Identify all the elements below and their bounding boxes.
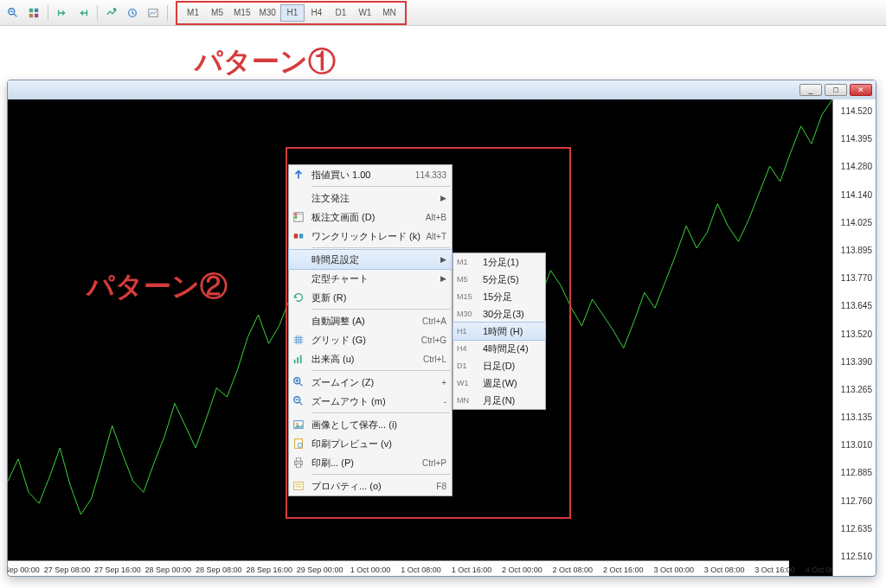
menu-timeframes[interactable]: 時間足設定 ▶ bbox=[289, 250, 452, 269]
submenu-code: H1 bbox=[457, 327, 478, 336]
menu-print-preview[interactable]: 印刷プレビュー (v) bbox=[289, 434, 452, 453]
timeframe-button-w1[interactable]: W1 bbox=[353, 4, 377, 22]
timeframe-button-m1[interactable]: M1 bbox=[181, 4, 205, 22]
svg-rect-12 bbox=[295, 216, 298, 219]
refresh-icon bbox=[291, 290, 306, 305]
submenu-code: D1 bbox=[457, 361, 478, 370]
timeframe-button-h1[interactable]: H1 bbox=[280, 4, 305, 22]
zoom-in-icon bbox=[291, 374, 306, 390]
timeframe-button-group: M1M5M15M30H1H4D1W1MN bbox=[176, 1, 407, 25]
menu-separator bbox=[311, 370, 450, 371]
menu-grid[interactable]: グリッド (G) Ctrl+G bbox=[289, 330, 452, 349]
menu-separator bbox=[311, 186, 450, 187]
indicators-icon[interactable] bbox=[102, 3, 121, 22]
menu-volumes[interactable]: 出来高 (u) Ctrl+L bbox=[289, 349, 452, 368]
timeframe-submenu: M11分足(1)M55分足(5)M1515分足M3030分足(3)H11時間 (… bbox=[453, 252, 546, 410]
submenu-label: 4時間足(4) bbox=[483, 342, 529, 355]
time-tick: 28 Sep 16:00 bbox=[246, 566, 292, 574]
svg-rect-15 bbox=[299, 233, 303, 238]
svg-rect-18 bbox=[300, 355, 302, 364]
timeframe-button-mn[interactable]: MN bbox=[377, 4, 401, 22]
price-tick: 114.025 bbox=[841, 218, 872, 227]
time-tick: 29 Sep 00:00 bbox=[297, 566, 343, 574]
submenu-code: W1 bbox=[457, 379, 478, 387]
svg-rect-17 bbox=[297, 357, 299, 363]
submenu-item-m5[interactable]: M55分足(5) bbox=[453, 271, 545, 288]
timeframe-button-m5[interactable]: M5 bbox=[205, 4, 229, 22]
svg-rect-31 bbox=[296, 458, 300, 462]
submenu-code: MN bbox=[457, 396, 478, 405]
time-tick: 28 Sep 00:00 bbox=[145, 566, 192, 574]
submenu-code: M1 bbox=[457, 258, 478, 266]
price-tick: 112.760 bbox=[841, 496, 872, 506]
separator bbox=[48, 5, 48, 21]
price-tick: 112.510 bbox=[841, 552, 872, 561]
price-tick: 112.885 bbox=[841, 468, 872, 477]
time-tick: 2 Oct 08:00 bbox=[553, 566, 594, 574]
maximize-button[interactable]: □ bbox=[825, 84, 847, 96]
timeframe-button-m30[interactable]: M30 bbox=[254, 4, 279, 22]
price-axis: 114.520114.395114.280114.140114.025113.8… bbox=[832, 99, 876, 576]
price-tick: 113.895 bbox=[841, 246, 872, 255]
close-button[interactable]: ✕ bbox=[850, 84, 872, 96]
menu-properties[interactable]: プロパティ... (o) F8 bbox=[289, 476, 452, 495]
time-tick: 28 Sep 08:00 bbox=[196, 566, 242, 574]
timeframe-button-m15[interactable]: M15 bbox=[229, 4, 254, 22]
tile-icon[interactable] bbox=[24, 3, 43, 22]
time-tick: 3 Oct 16:00 bbox=[754, 566, 795, 574]
periods-icon[interactable] bbox=[123, 3, 142, 22]
svg-line-20 bbox=[299, 383, 303, 387]
price-tick: 113.645 bbox=[841, 301, 872, 310]
timeframe-button-d1[interactable]: D1 bbox=[329, 4, 353, 22]
preview-icon bbox=[291, 436, 306, 451]
time-axis: 27 Sep 00:0027 Sep 08:0027 Sep 16:0028 S… bbox=[8, 560, 789, 576]
submenu-code: M15 bbox=[457, 292, 478, 301]
menu-separator bbox=[311, 474, 450, 475]
autoscroll-icon[interactable] bbox=[74, 3, 93, 22]
submenu-item-w1[interactable]: W1週足(W) bbox=[453, 374, 545, 392]
submenu-item-m1[interactable]: M11分足(1) bbox=[453, 253, 545, 271]
submenu-label: 日足(D) bbox=[483, 360, 515, 373]
shift-icon[interactable] bbox=[53, 3, 72, 22]
window-titlebar: _ □ ✕ bbox=[8, 80, 876, 99]
submenu-item-d1[interactable]: D1日足(D) bbox=[453, 357, 545, 374]
time-tick: 2 Oct 00:00 bbox=[502, 566, 543, 574]
menu-zoom-out[interactable]: ズームアウト (m) - bbox=[289, 392, 452, 411]
submenu-arrow-icon: ▶ bbox=[440, 274, 446, 283]
menu-save-image[interactable]: 画像として保存... (i) bbox=[289, 415, 452, 434]
menu-new-order[interactable]: 注文発注 ▶ bbox=[289, 189, 452, 208]
menu-refresh[interactable]: 更新 (R) bbox=[289, 288, 452, 307]
price-tick: 113.390 bbox=[841, 357, 872, 367]
menu-print[interactable]: 印刷... (P) Ctrl+P bbox=[289, 453, 452, 472]
submenu-item-mn[interactable]: MN月足(N) bbox=[453, 392, 545, 409]
submenu-item-m30[interactable]: M3030分足(3) bbox=[453, 305, 545, 323]
time-tick: 1 Oct 08:00 bbox=[401, 566, 441, 574]
separator bbox=[167, 5, 168, 21]
submenu-label: 30分足(3) bbox=[483, 308, 524, 321]
submenu-label: 月足(N) bbox=[483, 394, 515, 407]
submenu-item-m15[interactable]: M1515分足 bbox=[453, 288, 545, 305]
timeframe-button-h4[interactable]: H4 bbox=[305, 4, 329, 22]
zoom-out-icon[interactable] bbox=[3, 3, 22, 22]
svg-line-24 bbox=[299, 402, 303, 406]
annotation-pattern-1: パターン① bbox=[195, 43, 336, 81]
svg-rect-16 bbox=[294, 360, 296, 363]
menu-template[interactable]: 定型チャート ▶ bbox=[289, 269, 452, 288]
submenu-item-h4[interactable]: H44時間足(4) bbox=[453, 340, 545, 357]
print-icon bbox=[291, 455, 306, 470]
submenu-arrow-icon: ▶ bbox=[440, 194, 446, 202]
price-tick: 114.140 bbox=[841, 190, 872, 200]
submenu-code: M5 bbox=[457, 275, 478, 284]
menu-one-click[interactable]: ワンクリックトレード (k) Alt+T bbox=[289, 227, 452, 246]
submenu-item-h1[interactable]: H11時間 (H) bbox=[453, 323, 545, 340]
menu-separator bbox=[311, 247, 450, 248]
time-tick: 27 Sep 16:00 bbox=[94, 566, 141, 574]
menu-zoom-in[interactable]: ズームイン (Z) + bbox=[289, 373, 452, 392]
templates-icon[interactable] bbox=[144, 3, 163, 22]
menu-depth-of-market[interactable]: 板注文画面 (D) Alt+B bbox=[289, 208, 452, 227]
menu-auto-scale[interactable]: 自動調整 (A) Ctrl+A bbox=[289, 311, 452, 330]
minimize-button[interactable]: _ bbox=[799, 84, 822, 96]
annotation-pattern-2: パターン② bbox=[87, 268, 228, 306]
chart-context-menu: 指値買い 1.00 114.333 注文発注 ▶ 板注文画面 (D) Alt+B… bbox=[288, 164, 453, 496]
menu-buy-limit[interactable]: 指値買い 1.00 114.333 bbox=[289, 165, 452, 184]
